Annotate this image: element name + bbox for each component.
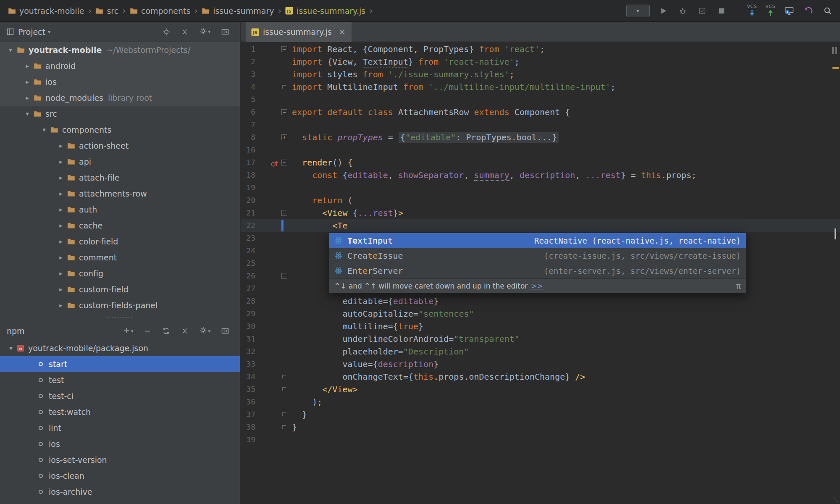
- folded-region[interactable]: {"editable": PropTypes.bool...}: [399, 132, 559, 143]
- npm-script-ios-archive[interactable]: ios-archive: [0, 484, 240, 500]
- vcs-update-button[interactable]: VCS: [747, 4, 757, 18]
- tree-item-attach-file[interactable]: ▸attach-file: [0, 170, 240, 186]
- npm-script-test-ci[interactable]: test-ci: [0, 388, 240, 404]
- fold-end-icon[interactable]: [282, 85, 286, 89]
- code-line-32[interactable]: 32 placeholder="Description": [241, 345, 840, 358]
- breadcrumb-item[interactable]: youtrack-mobile: [7, 6, 86, 16]
- tree-item-node_modules[interactable]: ▸node_moduleslibrary root: [0, 90, 240, 106]
- completion-item-TextInput[interactable]: TextInputReactNative (react-native.js, r…: [329, 233, 746, 248]
- expand-arrow-icon[interactable]: ▸: [21, 94, 34, 102]
- tree-item-custom-fields-panel[interactable]: ▸custom-fields-panel: [0, 297, 240, 313]
- tree-item-src[interactable]: ▾src: [0, 106, 240, 122]
- code-line-37[interactable]: 37 }: [241, 408, 840, 421]
- code-line-2[interactable]: 2import {View, TextInput} from 'react-na…: [241, 55, 840, 68]
- expand-arrow-icon[interactable]: ▸: [55, 302, 67, 309]
- run-button[interactable]: [658, 4, 669, 18]
- hide-panel-button[interactable]: [221, 28, 229, 36]
- code-line-21[interactable]: 21− <View {...rest}>: [241, 207, 840, 219]
- tree-item-custom-field[interactable]: ▸custom-field: [0, 281, 240, 297]
- scrollbar-caret-mark[interactable]: [835, 228, 836, 239]
- hide-panel-button[interactable]: [221, 327, 229, 335]
- expand-arrow-icon[interactable]: ▸: [55, 270, 67, 277]
- npm-script-test[interactable]: test: [0, 372, 240, 388]
- locate-file-button[interactable]: [163, 28, 170, 36]
- expand-arrow-icon[interactable]: ▸: [55, 190, 67, 197]
- tree-item-action-sheet[interactable]: ▸action-sheet: [0, 138, 240, 154]
- fold-minus-icon[interactable]: −: [281, 210, 287, 216]
- npm-script-test:watch[interactable]: test:watch: [0, 404, 240, 420]
- collapse-arrow-icon[interactable]: ▾: [21, 110, 34, 118]
- breadcrumb-item[interactable]: JSissue-summary.js: [284, 6, 367, 16]
- tab-close-icon[interactable]: ×: [339, 27, 346, 37]
- code-line-1[interactable]: 1−import React, {Component, PropTypes} f…: [241, 43, 840, 55]
- fold-end-icon[interactable]: [282, 375, 286, 378]
- tree-item-color-field[interactable]: ▸color-field: [0, 234, 240, 249]
- code-line-39[interactable]: 39: [241, 433, 840, 446]
- npm-script-ios-set-version[interactable]: ios-set-version: [0, 452, 240, 468]
- fold-end-icon[interactable]: [282, 387, 286, 391]
- fold-end-icon[interactable]: [282, 412, 286, 416]
- expand-arrow-icon[interactable]: ▸: [55, 158, 67, 165]
- expand-arrow-icon[interactable]: ▸: [55, 238, 67, 245]
- code-editor[interactable]: 1−import React, {Component, PropTypes} f…: [241, 42, 840, 504]
- code-line-30[interactable]: 30 multiline={true}: [241, 320, 840, 333]
- code-line-4[interactable]: 4import MultilineInput from '../multilin…: [241, 81, 840, 93]
- expand-arrow-icon[interactable]: ▸: [55, 286, 67, 293]
- tree-item-api[interactable]: ▸api: [0, 154, 240, 170]
- npm-script-start[interactable]: start: [0, 356, 240, 372]
- expand-arrow-icon[interactable]: ▸: [21, 78, 34, 86]
- code-line-5[interactable]: 5: [241, 93, 840, 106]
- tree-item-cache[interactable]: ▸cache: [0, 218, 240, 234]
- code-line-20[interactable]: 20 return (: [241, 194, 840, 207]
- code-line-18[interactable]: 18 const {editable, showSeparator, summa…: [241, 169, 840, 181]
- stop-button[interactable]: [716, 4, 727, 18]
- tree-item-components[interactable]: ▾components: [0, 122, 240, 138]
- fold-minus-icon[interactable]: −: [281, 46, 287, 52]
- expand-arrow-icon[interactable]: ▸: [55, 206, 67, 213]
- run-with-coverage-button[interactable]: [697, 4, 708, 18]
- expand-arrow-icon[interactable]: ▸: [55, 142, 67, 150]
- code-line-34[interactable]: 34 onChangeText={this.props.onDescriptio…: [241, 370, 840, 383]
- npm-script-lint[interactable]: lint: [0, 420, 240, 436]
- project-panel-title[interactable]: Project: [18, 27, 45, 37]
- add-script-button[interactable]: ▾: [123, 326, 134, 336]
- npm-package-row[interactable]: ▾nyoutrack-mobile/package.json: [0, 340, 240, 356]
- tree-item-android[interactable]: ▸android: [0, 58, 240, 74]
- code-line-33[interactable]: 33 value={description}: [241, 358, 840, 370]
- code-line-22[interactable]: 22 <Te: [241, 219, 840, 232]
- breadcrumb-item[interactable]: components: [129, 6, 192, 16]
- tree-item-config[interactable]: ▸config: [0, 265, 240, 281]
- debug-button[interactable]: [677, 4, 688, 18]
- breadcrumb-item[interactable]: src: [94, 6, 120, 16]
- code-line-31[interactable]: 31 underlineColorAndroid="transparent": [241, 333, 840, 345]
- tree-item-attachments-row[interactable]: ▸attachments-row: [0, 186, 240, 202]
- fold-minus-icon[interactable]: −: [281, 160, 287, 165]
- breadcrumb-item[interactable]: issue-summary: [200, 6, 275, 16]
- code-line-16[interactable]: 16: [241, 144, 840, 156]
- settings-button[interactable]: ▾: [200, 27, 210, 37]
- code-line-3[interactable]: 3import styles from './issue-summary.sty…: [241, 68, 840, 81]
- fold-minus-icon[interactable]: −: [281, 273, 287, 279]
- npm-script-ios[interactable]: ios: [0, 436, 240, 452]
- panel-splitter[interactable]: ··········: [0, 313, 240, 322]
- reload-scripts-button[interactable]: [162, 327, 170, 335]
- tree-item-comment[interactable]: ▸comment: [0, 249, 240, 265]
- tree-item-ios[interactable]: ▸ios: [0, 74, 240, 90]
- code-line-36[interactable]: 36 );: [241, 396, 840, 408]
- expand-arrow-icon[interactable]: ▸: [21, 62, 34, 70]
- code-line-19[interactable]: 19: [241, 181, 840, 194]
- fold-plus-icon[interactable]: +: [281, 134, 287, 140]
- code-line-35[interactable]: 35 </View>: [241, 383, 840, 396]
- code-line-29[interactable]: 29 autoCapitalize="sentences": [241, 307, 840, 320]
- code-line-38[interactable]: 38}: [241, 421, 840, 433]
- expand-arrow-icon[interactable]: ▸: [55, 254, 67, 261]
- warning-stripe-mark[interactable]: [832, 67, 839, 69]
- tree-item-auth[interactable]: ▸auth: [0, 202, 240, 218]
- completion-item-CreateIssue[interactable]: CreateIssue(create-issue.js, src/views/c…: [329, 248, 746, 263]
- fold-end-icon[interactable]: [282, 425, 286, 429]
- code-line-8[interactable]: 8+ static propTypes = {"editable": PropT…: [241, 131, 840, 144]
- code-line-28[interactable]: 28 editable={editable}: [241, 295, 840, 307]
- remove-script-button[interactable]: [144, 328, 151, 335]
- completion-hint-link[interactable]: >>: [531, 282, 543, 290]
- search-everywhere-button[interactable]: [822, 4, 833, 18]
